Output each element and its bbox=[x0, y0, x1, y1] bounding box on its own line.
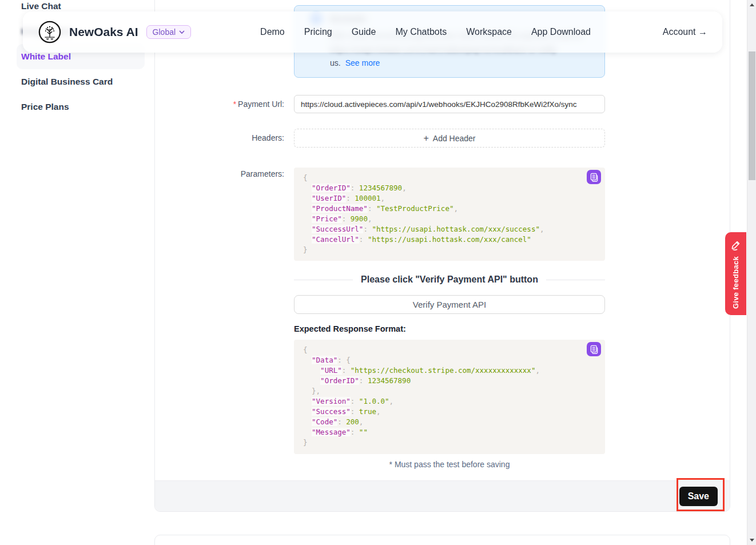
response-json: { "Data": { "URL": "https://checkout.str… bbox=[303, 345, 596, 448]
top-navbar: NewOaks AI Global DemoPricingGuideMy Cha… bbox=[23, 11, 722, 53]
sidebar-item-price-plans[interactable]: Price Plans bbox=[0, 94, 154, 120]
nav-item-app-download[interactable]: App Download bbox=[531, 27, 591, 37]
payment-url-label: *Payment Url: bbox=[155, 95, 284, 113]
verify-instruction-divider: Please click "Verify Payment API" button bbox=[294, 275, 605, 285]
parameters-code-block: { "OrderID": 1234567890, "UserID": 10000… bbox=[294, 168, 605, 261]
scrollbar-thumb[interactable] bbox=[749, 51, 755, 180]
sidebar-item-digital-business-card[interactable]: Digital Business Card bbox=[0, 69, 154, 94]
white-label-panel: Reminder After every successful payment … bbox=[154, 0, 730, 512]
reminder-tail-text: us.See more bbox=[330, 58, 380, 67]
panel-footer: Save bbox=[155, 480, 730, 511]
response-code-block: { "Data": { "URL": "https://checkout.str… bbox=[294, 340, 605, 454]
next-section-card bbox=[154, 535, 730, 545]
pencil-icon bbox=[730, 239, 742, 250]
nav-item-my-chatbots[interactable]: My Chatbots bbox=[395, 27, 447, 37]
required-asterisk: * bbox=[233, 100, 236, 109]
copy-document-icon[interactable] bbox=[587, 342, 601, 356]
give-feedback-tab[interactable]: Give feedback bbox=[725, 232, 746, 315]
payment-url-input[interactable] bbox=[294, 95, 605, 113]
copy-document-icon[interactable] bbox=[587, 170, 601, 184]
plus-icon: + bbox=[423, 134, 428, 143]
feedback-label: Give feedback bbox=[731, 256, 740, 309]
nav-item-guide[interactable]: Guide bbox=[352, 27, 376, 37]
save-highlight-annotation bbox=[677, 478, 725, 511]
oak-tree-logo[interactable] bbox=[38, 20, 62, 44]
nav-item-pricing[interactable]: Pricing bbox=[304, 27, 332, 37]
must-pass-note: * Must pass the test before saving bbox=[294, 460, 605, 469]
expected-response-label: Expected Response Format: bbox=[294, 324, 406, 333]
nav-menu: DemoPricingGuideMy ChatbotsWorkspaceApp … bbox=[260, 27, 591, 37]
region-selector[interactable]: Global bbox=[146, 25, 191, 39]
nav-item-workspace[interactable]: Workspace bbox=[466, 27, 512, 37]
parameters-label: Parameters: bbox=[155, 169, 284, 178]
see-more-link[interactable]: See more bbox=[345, 58, 380, 67]
page-scrollbar[interactable] bbox=[747, 0, 756, 545]
account-link[interactable]: Account → bbox=[663, 27, 707, 37]
headers-label: Headers: bbox=[155, 129, 284, 148]
up-arrow-icon[interactable] bbox=[750, 3, 754, 6]
parameters-json: { "OrderID": 1234567890, "UserID": 10000… bbox=[303, 173, 596, 255]
nav-item-demo[interactable]: Demo bbox=[260, 27, 285, 37]
brand-name[interactable]: NewOaks AI bbox=[69, 25, 138, 39]
add-header-button[interactable]: + Add Header bbox=[294, 129, 605, 148]
down-arrow-icon[interactable] bbox=[750, 539, 754, 542]
chevron-down-icon bbox=[179, 30, 185, 34]
verify-payment-api-button[interactable]: Verify Payment API bbox=[294, 295, 605, 314]
